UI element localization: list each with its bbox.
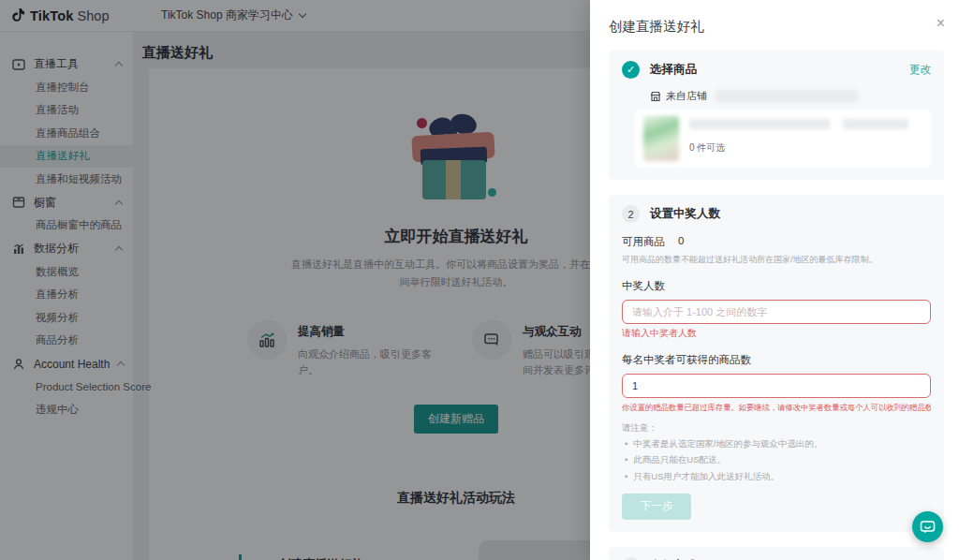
winners-count-input[interactable]	[622, 300, 931, 324]
note-item: • 只有US用户才能加入此送好礼活动。	[622, 470, 931, 483]
drawer-title: 创建直播送好礼	[609, 0, 944, 36]
app-window: TikTok Shop TikTok Shop 商家学习中心 直播工具 直播控制…	[0, 0, 959, 560]
winners-count-label: 中奖人数	[622, 279, 931, 293]
bullet-icon: •	[625, 470, 627, 483]
next-step-button[interactable]: 下一步	[622, 494, 691, 520]
per-winner-error: 你设置的赠品数量已超过库存量。如要继续，请修改中奖者数量或每个人可以收到的赠品数…	[622, 403, 931, 414]
per-winner-label: 每名中奖者可获得的商品数	[622, 353, 931, 367]
available-count: 0 件可选	[689, 141, 922, 155]
bullet-icon: •	[625, 453, 627, 466]
redacted-product-title	[843, 119, 908, 129]
available-products-label: 可用商品	[622, 235, 665, 249]
bullet-icon: •	[625, 437, 627, 450]
available-products-value: 0	[678, 235, 684, 249]
redacted-shop-name	[716, 90, 858, 102]
available-products-hint: 可用商品的数量不能超过送好礼活动所在国家/地区的最低库存限制。	[622, 254, 931, 266]
step3-participation-card: 3 参与方式	[609, 547, 944, 560]
step1-select-product-card: ✓ 选择商品 更改 来自店铺 0 件可选	[609, 51, 944, 180]
chat-icon	[920, 520, 936, 535]
close-icon[interactable]: ×	[937, 16, 945, 31]
from-shop-label: 来自店铺	[666, 89, 707, 103]
step2-title: 设置中奖人数	[650, 206, 720, 222]
change-product-link[interactable]: 更改	[909, 63, 931, 77]
note-item: • 中奖者是从选定国家/地区的参与观众中选出的。	[622, 437, 931, 450]
per-winner-input[interactable]	[622, 374, 931, 398]
note-item: • 此商品只能在US配送。	[622, 453, 931, 466]
shop-icon	[650, 91, 661, 102]
winners-count-error: 请输入中奖者人数	[622, 327, 931, 340]
redacted-product-image	[643, 116, 679, 161]
step1-check-icon: ✓	[622, 61, 640, 79]
support-chat-button[interactable]	[912, 511, 943, 542]
notes-title: 请注意：	[622, 422, 931, 435]
step2-winners-card: 2 设置中奖人数 可用商品 0 可用商品的数量不能超过送好礼活动所在国家/地区的…	[609, 195, 944, 532]
create-giveaway-drawer: 创建直播送好礼 × ✓ 选择商品 更改 来自店铺	[590, 0, 959, 560]
selected-product-card: 0 件可选	[635, 110, 931, 168]
step1-title: 选择商品	[650, 62, 697, 78]
redacted-product-title	[689, 119, 830, 129]
step2-number-badge: 2	[622, 205, 640, 223]
